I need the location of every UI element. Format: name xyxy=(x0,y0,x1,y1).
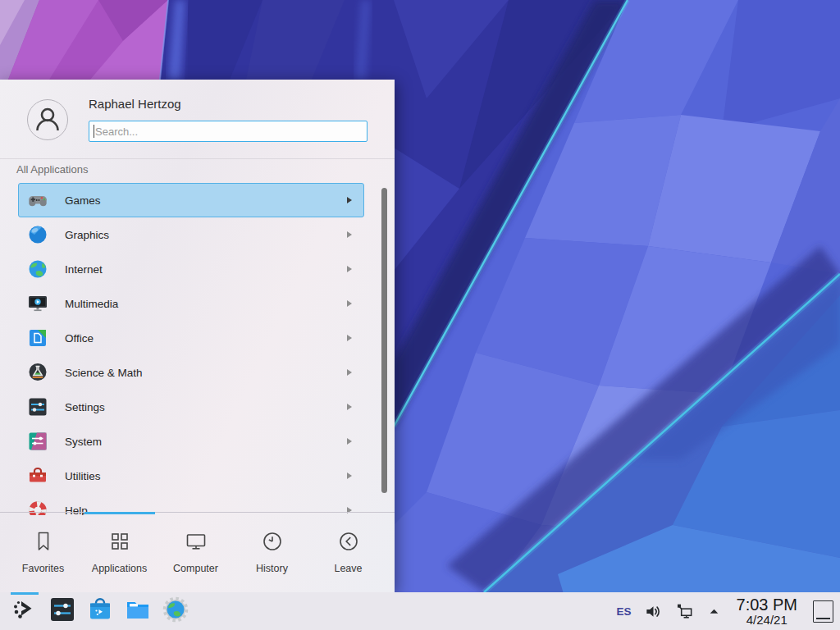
menu-item-system[interactable]: System xyxy=(18,424,364,459)
user-avatar-icon[interactable] xyxy=(27,99,68,140)
menu-item-internet[interactable]: Internet xyxy=(18,252,364,286)
taskbar-app-launcher-button[interactable] xyxy=(6,592,43,630)
section-label: All Applications xyxy=(16,163,88,176)
active-task-indicator xyxy=(11,592,39,595)
show-desktop-button[interactable] xyxy=(813,600,833,623)
taskbar: ES 7:03 PM 4/ xyxy=(0,592,840,630)
active-tab-indicator xyxy=(84,512,155,514)
menu-item-label: Science & Math xyxy=(65,367,347,379)
menu-item-label: Utilities xyxy=(65,470,347,482)
menu-item-multimedia[interactable]: Multimedia xyxy=(18,286,364,321)
submenu-arrow-icon xyxy=(347,335,352,341)
history-icon xyxy=(260,529,285,557)
browser-globe-icon xyxy=(162,596,189,627)
submenu-arrow-icon xyxy=(347,197,352,203)
menu-item-label: Multimedia xyxy=(65,298,347,310)
system-tray: ES 7:03 PM 4/ xyxy=(617,596,834,627)
dolphin-icon xyxy=(124,596,152,627)
menu-item-science-math[interactable]: Science & Math xyxy=(18,355,364,390)
menu-item-utilities[interactable]: Utilities xyxy=(18,459,364,493)
footer-tab-bar: FavoritesApplicationsComputerHistoryLeav… xyxy=(5,515,390,592)
digital-clock[interactable]: 7:03 PM 4/24/21 xyxy=(737,596,797,627)
computer-icon xyxy=(184,529,208,557)
menu-item-label: Settings xyxy=(65,401,347,413)
menu-item-label: Graphics xyxy=(65,229,347,241)
header-separator xyxy=(0,158,395,159)
discover-icon xyxy=(86,596,114,627)
tab-label: Leave xyxy=(334,563,362,574)
desktop: Raphael Hertzog All Applications GamesGr… xyxy=(0,0,840,630)
taskbar-file-manager-button[interactable] xyxy=(119,592,157,630)
menu-item-label: Games xyxy=(65,194,347,207)
games-icon xyxy=(27,189,48,211)
submenu-arrow-icon xyxy=(347,266,352,272)
system-icon xyxy=(27,431,48,452)
keyboard-layout-indicator[interactable]: ES xyxy=(617,605,632,618)
clock-date: 4/24/21 xyxy=(737,614,797,627)
menu-item-label: System xyxy=(65,436,347,448)
menu-item-label: Office xyxy=(65,332,347,345)
submenu-arrow-icon xyxy=(347,369,352,376)
scrollbar-thumb[interactable] xyxy=(381,188,387,493)
tab-leave[interactable]: Leave xyxy=(310,515,386,592)
user-name: Raphael Hertzog xyxy=(89,97,181,111)
menu-item-office[interactable]: Office xyxy=(18,321,364,355)
search-input[interactable] xyxy=(89,121,368,142)
tab-history[interactable]: History xyxy=(234,515,310,592)
submenu-arrow-icon xyxy=(347,404,352,410)
taskbar-discover-button[interactable] xyxy=(81,592,119,630)
utilities-icon xyxy=(27,465,48,486)
tab-label: Applications xyxy=(92,563,147,574)
menu-item-label: Internet xyxy=(65,263,347,276)
volume-icon[interactable] xyxy=(644,602,663,621)
tab-applications[interactable]: Applications xyxy=(81,515,158,592)
office-icon xyxy=(27,327,48,349)
taskbar-system-settings-button[interactable] xyxy=(43,592,81,630)
tab-label: Computer xyxy=(173,563,218,574)
menu-item-settings[interactable]: Settings xyxy=(18,390,364,424)
systemsettings-icon xyxy=(48,596,76,627)
footer-separator xyxy=(0,512,395,513)
expand-tray-caret-icon[interactable] xyxy=(707,605,721,619)
multimedia-icon xyxy=(27,293,48,314)
favorites-icon xyxy=(31,529,56,557)
submenu-arrow-icon xyxy=(347,300,352,307)
text-cursor xyxy=(94,125,94,138)
clock-time: 7:03 PM xyxy=(737,596,797,614)
submenu-arrow-icon xyxy=(347,231,352,238)
network-icon[interactable] xyxy=(675,602,695,621)
submenu-arrow-icon xyxy=(347,472,352,479)
kde-launcher-icon xyxy=(11,596,39,627)
internet-icon xyxy=(27,258,48,280)
help-icon xyxy=(27,500,48,515)
category-list: GamesGraphicsInternetMultimediaOfficeSci… xyxy=(18,183,364,515)
tab-label: History xyxy=(256,563,288,574)
tab-computer[interactable]: Computer xyxy=(158,515,234,592)
submenu-arrow-icon xyxy=(347,438,352,445)
leave-icon xyxy=(336,529,361,557)
menu-item-graphics[interactable]: Graphics xyxy=(18,217,364,252)
application-launcher-panel: Raphael Hertzog All Applications GamesGr… xyxy=(0,80,395,592)
science-icon xyxy=(27,362,48,383)
task-manager xyxy=(6,592,194,630)
settings-icon xyxy=(27,396,48,418)
tab-favorites[interactable]: Favorites xyxy=(5,515,81,592)
applications-icon xyxy=(107,529,132,557)
graphics-icon xyxy=(27,224,48,245)
tab-label: Favorites xyxy=(22,563,64,574)
menu-item-games[interactable]: Games xyxy=(18,183,364,217)
taskbar-web-browser-button[interactable] xyxy=(157,592,194,630)
